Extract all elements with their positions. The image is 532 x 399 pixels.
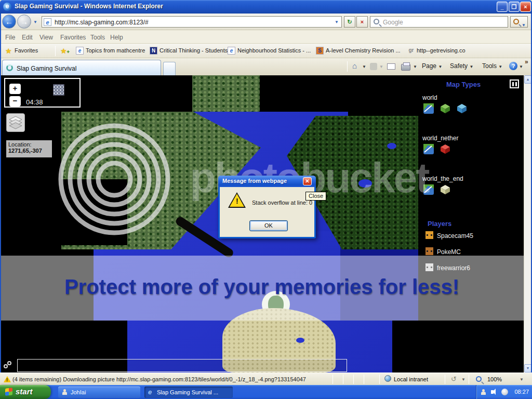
dialog-close-button[interactable]: ✕ <box>303 177 312 185</box>
favorite-link-1[interactable]: Topics from mathcentre <box>86 47 145 54</box>
security-zone-icon <box>384 375 391 382</box>
print-icon[interactable] <box>401 64 410 71</box>
zoom-level-icon[interactable] <box>476 376 482 382</box>
print-dropdown-icon[interactable]: ▼ <box>413 64 417 69</box>
player-row[interactable]: PokeMC <box>425 248 461 256</box>
help-dropdown-icon[interactable]: ▼ <box>519 64 523 69</box>
divider <box>469 375 469 384</box>
add-favorite-icon[interactable]: ★+ <box>60 47 70 55</box>
player-row[interactable]: Spacecam45 <box>425 232 473 240</box>
player-avatar <box>425 247 433 255</box>
menu-view[interactable]: View <box>39 34 53 41</box>
status-warning-icon[interactable] <box>4 376 11 382</box>
tray-messenger-icon[interactable] <box>481 389 486 395</box>
taskbar-task-ie[interactable]: e Slap Gaming Survival ... <box>144 387 233 398</box>
favorites-button[interactable]: Favorites <box>15 47 38 54</box>
scroll-down-button[interactable]: ▼ <box>524 364 531 373</box>
favorite-link-icon: gr <box>407 47 415 55</box>
divider <box>55 46 56 56</box>
toolbar-overflow-chevron[interactable]: » <box>525 58 528 65</box>
warning-icon: ! <box>228 192 246 208</box>
menu-file[interactable]: File <box>5 34 15 41</box>
home-dropdown-icon[interactable]: ▼ <box>362 64 366 69</box>
history-dropdown-icon[interactable]: ▼ <box>33 20 37 24</box>
menu-bar: File Edit View Favorites Tools Help <box>0 30 532 44</box>
nether-flat-map-icon[interactable] <box>423 144 434 154</box>
world-surface-cube-icon[interactable] <box>440 103 450 114</box>
window-title: Slap Gaming Survival - Windows Internet … <box>15 3 163 10</box>
map-pond <box>296 338 304 343</box>
favorite-link-icon: e <box>76 47 84 55</box>
window-border <box>0 14 1 385</box>
players-title: Players <box>428 220 451 228</box>
security-zone-label: Local intranet <box>394 376 428 382</box>
location-label: Location: <box>8 141 50 148</box>
divider <box>445 375 445 384</box>
back-button[interactable]: ← <box>2 15 16 29</box>
world-cave-cube-icon[interactable] <box>457 103 467 114</box>
search-input[interactable]: Google <box>370 16 508 28</box>
safety-menu[interactable]: Safety ▼ <box>450 62 473 70</box>
divider <box>343 375 343 384</box>
layers-button[interactable] <box>6 113 25 132</box>
zoom-dropdown-icon[interactable]: ▼ <box>520 377 524 382</box>
scroll-up-button[interactable]: ▲ <box>524 75 531 84</box>
ie-task-icon: e <box>148 388 152 396</box>
menu-edit[interactable]: Edit <box>22 34 33 41</box>
refresh-button[interactable]: ↻ <box>344 16 355 28</box>
menu-favorites[interactable]: Favorites <box>60 34 86 41</box>
tray-network-icon[interactable] <box>501 389 508 395</box>
menu-tools[interactable]: Tools <box>90 34 105 41</box>
restore-button[interactable]: ❐ <box>509 2 520 12</box>
favorite-link-5[interactable]: http--getrevising.co <box>417 47 466 54</box>
search-options-icon[interactable]: ▼ <box>522 20 526 31</box>
new-tab-button[interactable] <box>163 62 176 75</box>
message-dialog: Message from webpage ✕ ! Stack overflow … <box>218 176 316 238</box>
search-placeholder: Google <box>383 19 403 26</box>
page-menu[interactable]: Page ▼ <box>422 62 442 70</box>
search-go-button[interactable]: ▼ <box>510 16 528 28</box>
dynmap-sidebar: Map Types world world_nether world_the_e… <box>418 75 524 373</box>
tools-menu[interactable]: Tools ▼ <box>482 62 502 70</box>
help-icon[interactable]: ? <box>509 62 517 70</box>
close-button[interactable]: × <box>520 2 531 12</box>
close-tooltip: Close <box>305 192 326 201</box>
zoom-in-button[interactable]: + <box>9 84 21 94</box>
address-dropdown-icon[interactable]: ▼ <box>335 20 339 24</box>
protected-mode-dropdown-icon[interactable]: ▼ <box>461 377 466 382</box>
divider <box>364 375 364 384</box>
tab-active[interactable]: Slap Gaming Survival <box>2 60 161 75</box>
world-clock-icon <box>53 84 64 96</box>
protected-mode-icon[interactable]: ↺ <box>451 375 457 383</box>
location-readout: Location: 1271,65,-307 <box>6 140 52 157</box>
layers-icon <box>7 114 24 131</box>
loading-spinner-icon <box>6 64 13 71</box>
task-label: Slap Gaming Survival ... <box>157 389 218 395</box>
ie-logo-icon: e <box>3 3 11 11</box>
favorite-link-2[interactable]: Critical Thinking - Students <box>159 47 228 54</box>
world-label: world <box>422 94 437 101</box>
world-flat-map-icon[interactable] <box>423 103 434 114</box>
read-mail-icon[interactable] <box>387 63 395 70</box>
vertical-scrollbar[interactable]: ▲ ▼ <box>524 75 531 373</box>
favorite-link-3[interactable]: Neighbourhood Statistics - ... <box>237 47 311 54</box>
nether-cube-icon[interactable] <box>440 144 450 154</box>
volume-icon[interactable] <box>491 390 494 394</box>
address-bar[interactable]: e http://mc.slap-gaming.com:8123/# ▼ <box>42 16 342 28</box>
favorites-star-icon: ★ <box>5 47 12 55</box>
stop-button[interactable]: × <box>356 16 368 28</box>
menu-help[interactable]: Help <box>110 34 123 41</box>
zoom-level-value[interactable]: 100% <box>487 376 502 382</box>
favorite-link-4[interactable]: A-level Chemistry Revision ... <box>326 47 401 54</box>
minimize-button[interactable]: _ <box>497 2 508 12</box>
forward-button[interactable]: → <box>17 15 31 29</box>
zoom-out-button[interactable]: − <box>9 96 21 107</box>
status-message: (4 items remaining) Downloading picture … <box>12 376 306 382</box>
pause-button[interactable] <box>510 79 519 88</box>
start-button[interactable]: start <box>0 385 51 399</box>
home-icon[interactable]: ⌂ <box>352 61 357 70</box>
rss-feed-icon[interactable] <box>370 63 377 70</box>
taskbar-task-johiai[interactable]: JohIai <box>58 387 140 398</box>
ok-button[interactable]: OK <box>249 220 288 231</box>
chat-input[interactable] <box>17 359 347 372</box>
